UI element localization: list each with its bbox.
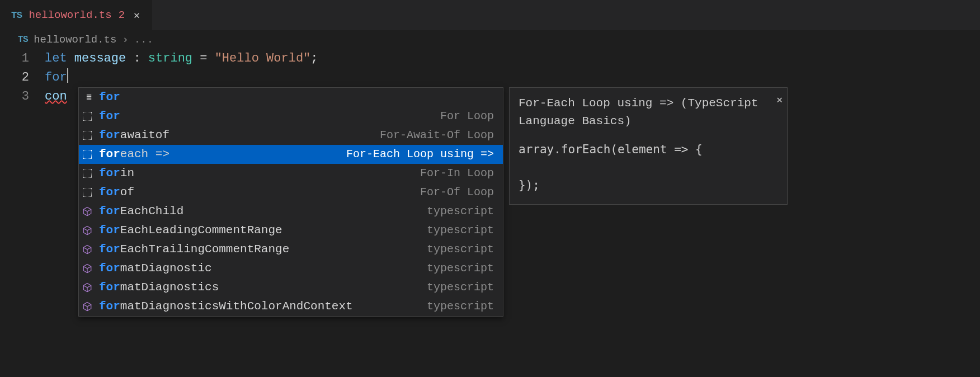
snippet-icon xyxy=(81,167,93,180)
breadcrumb-filename: helloworld.ts xyxy=(34,34,116,46)
module-icon xyxy=(81,300,93,313)
keyword-icon: ≣ xyxy=(81,91,93,103)
line-number: 2 xyxy=(0,68,29,87)
breadcrumb[interactable]: TS helloworld.ts › ... xyxy=(0,30,980,49)
editor[interactable]: 1 2 3 let message : string = "Hello Worl… xyxy=(0,49,980,106)
suggestion-item[interactable]: formatDiagnostics typescript xyxy=(79,278,503,297)
typescript-file-icon: TS xyxy=(18,35,28,45)
breadcrumb-ellipsis[interactable]: ... xyxy=(134,34,153,46)
line-number-gutter: 1 2 3 xyxy=(0,49,45,106)
module-icon xyxy=(81,224,93,237)
module-icon xyxy=(81,243,93,256)
line-number: 3 xyxy=(0,87,29,106)
snippet-icon xyxy=(81,148,93,161)
module-icon xyxy=(81,262,93,275)
suggestion-item[interactable]: for For Loop xyxy=(79,107,503,126)
tab-helloworld[interactable]: TS helloworld.ts 2 ✕ xyxy=(0,0,153,30)
close-icon[interactable]: ✕ xyxy=(776,91,783,109)
code-area[interactable]: let message : string = "Hello World"; fo… xyxy=(45,49,980,106)
tab-filename: helloworld.ts xyxy=(29,9,111,21)
suggestion-item[interactable]: forEachTrailingCommentRange typescript xyxy=(79,240,503,259)
close-icon[interactable]: ✕ xyxy=(131,9,142,21)
suggestion-item[interactable]: forawaitof For-Await-Of Loop xyxy=(79,126,503,145)
snippet-icon xyxy=(81,110,93,122)
suggestion-item[interactable]: foreach => For-Each Loop using => xyxy=(79,145,503,164)
text-cursor xyxy=(67,68,68,83)
tab-bar: TS helloworld.ts 2 ✕ xyxy=(0,0,980,30)
suggestion-item[interactable]: forEachChild typescript xyxy=(79,202,503,221)
module-icon xyxy=(81,205,93,218)
suggestion-item[interactable]: forEachLeadingCommentRange typescript xyxy=(79,221,503,240)
snippet-icon xyxy=(81,129,93,142)
tab-problem-count: 2 xyxy=(119,9,125,21)
code-line[interactable]: for xyxy=(45,68,980,87)
suggestion-item[interactable]: forof For-Of Loop xyxy=(79,183,503,202)
typescript-file-icon: TS xyxy=(11,10,22,21)
suggestion-item[interactable]: forin For-In Loop xyxy=(79,164,503,183)
suggestion-details-code: array.forEach(element => { }); xyxy=(519,140,779,194)
suggestion-widget[interactable]: ≣ for for For Loop forawaitof For-Await-… xyxy=(78,87,503,317)
code-line[interactable]: let message : string = "Hello World"; xyxy=(45,49,980,68)
line-number: 1 xyxy=(0,49,29,68)
snippet-icon xyxy=(81,186,93,199)
suggestion-item[interactable]: formatDiagnosticsWithColorAndContext typ… xyxy=(79,297,503,316)
chevron-right-icon: › xyxy=(122,34,128,46)
suggestion-item[interactable]: formatDiagnostic typescript xyxy=(79,259,503,278)
suggestion-details-header: For-Each Loop using => (TypeScript Langu… xyxy=(519,95,779,130)
suggestion-item[interactable]: ≣ for xyxy=(79,88,503,107)
suggestion-details: ✕ For-Each Loop using => (TypeScript Lan… xyxy=(509,87,788,205)
module-icon xyxy=(81,281,93,294)
